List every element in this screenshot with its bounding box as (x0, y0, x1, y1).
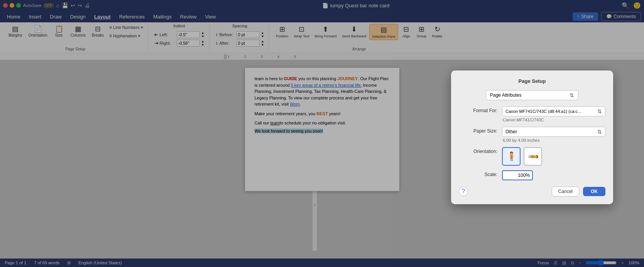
help-icon: ? (462, 188, 465, 195)
cancel-button[interactable]: Cancel (552, 186, 579, 196)
page-setup-dialog: Page Setup Page Attributes ⇅ Format For:… (451, 71, 613, 204)
orientation-row: Orientation: 🧍 🧍 (459, 147, 605, 166)
paper-size-row: Paper Size: Other ⇅ 6.00 by 4.00 inches (459, 127, 605, 143)
printer-value: Canon MF741C/743C (d8:44:a1) (ca:cb:3... (505, 109, 583, 114)
format-for-content: Canon MF741C/743C (d8:44:a1) (ca:cb:3...… (502, 106, 605, 122)
paper-size-label: Paper Size: (459, 127, 497, 134)
paper-size-value: Other (505, 129, 517, 134)
scale-row: Scale: (459, 170, 605, 180)
printer-sub-value: Canon MF741C/743C (502, 118, 605, 122)
format-for-dropdown[interactable]: Canon MF741C/743C (d8:44:a1) (ca:cb:3...… (502, 106, 605, 116)
dialog-top-dropdown: Page Attributes ⇅ (459, 90, 605, 100)
orientation-buttons: 🧍 🧍 (502, 147, 542, 166)
portrait-icon: 🧍 (506, 151, 517, 161)
paper-size-arrow: ⇅ (597, 129, 602, 135)
ok-button[interactable]: OK (583, 187, 605, 196)
page-attributes-label: Page Attributes (490, 92, 521, 98)
scale-content (502, 170, 533, 180)
paper-size-sub: 6.00 by 4.00 inches (502, 138, 605, 143)
landscape-icon: 🧍 (528, 151, 538, 162)
paper-size-content: Other ⇅ 6.00 by 4.00 inches (502, 127, 605, 143)
scale-input[interactable] (502, 170, 533, 180)
dropdown-stepper-icon: ⇅ (570, 92, 574, 98)
portrait-button[interactable]: 🧍 (502, 147, 521, 166)
dialog-buttons: ? Cancel OK (459, 186, 605, 196)
help-button[interactable]: ? (459, 187, 468, 196)
format-for-arrow: ⇅ (597, 108, 602, 114)
paper-size-dropdown[interactable]: Other ⇅ (502, 127, 605, 137)
dialog-title: Page Setup (459, 78, 605, 84)
landscape-button[interactable]: 🧍 (524, 147, 542, 166)
page-attributes-dropdown[interactable]: Page Attributes ⇅ (486, 90, 578, 100)
orientation-label: Orientation: (459, 147, 497, 154)
format-for-label: Format For: (459, 106, 497, 113)
dialog-overlay: Page Setup Page Attributes ⇅ Format For:… (0, 0, 644, 267)
scale-label: Scale: (459, 170, 497, 177)
format-for-row: Format For: Canon MF741C/743C (d8:44:a1)… (459, 106, 605, 122)
